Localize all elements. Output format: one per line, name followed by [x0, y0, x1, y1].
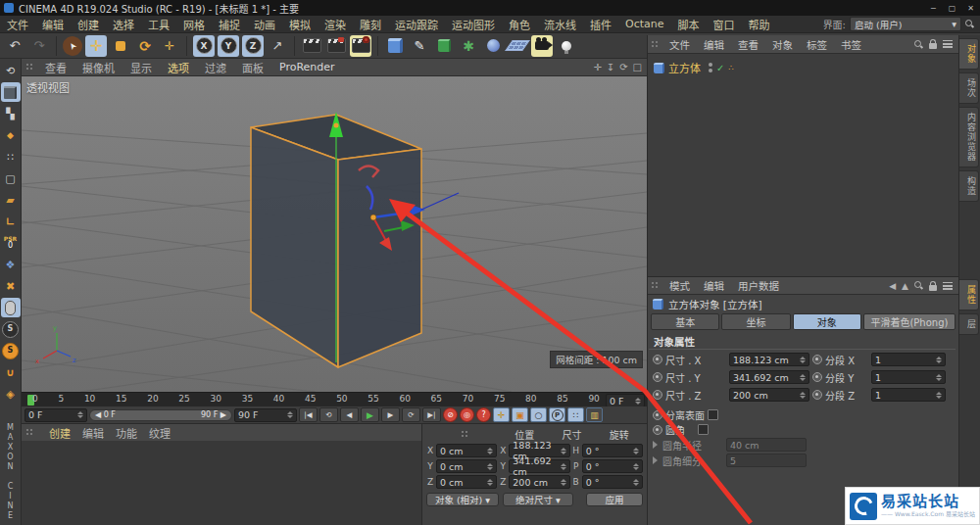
vp-menu-options[interactable]: 选项: [160, 60, 197, 75]
menu-select[interactable]: 选择: [106, 17, 141, 32]
object-name[interactable]: 立方体: [668, 60, 701, 75]
autokey-button[interactable]: ◎: [460, 407, 474, 422]
vp-menu-view[interactable]: 查看: [37, 60, 74, 75]
previous-frame-button[interactable]: ◀: [340, 407, 359, 422]
light-button[interactable]: [556, 35, 577, 57]
rotation-b-field[interactable]: 0 °: [582, 475, 643, 489]
last-tool[interactable]: ✛: [159, 35, 180, 57]
snap-disabled-button[interactable]: S: [1, 319, 21, 339]
record-parameter-toggle[interactable]: P: [549, 407, 565, 422]
spinner-icon[interactable]: [635, 395, 641, 407]
redo-button[interactable]: ↷: [28, 35, 50, 57]
object-properties-header[interactable]: 对象属性: [649, 333, 956, 350]
environment-button[interactable]: [482, 35, 504, 57]
snap-enabled-button[interactable]: S: [1, 341, 21, 360]
frame-range-slider[interactable]: ◀ 0 F 90 F ▶: [89, 409, 232, 421]
spinner-icon[interactable]: [633, 445, 639, 457]
render-region-button[interactable]: [325, 35, 347, 57]
mode-dropdown[interactable]: 对象 (相对) ▾: [426, 493, 499, 506]
size-mode-dropdown[interactable]: 绝对尺寸 ▾: [503, 493, 573, 506]
om-menu-objects[interactable]: 对象: [765, 37, 800, 52]
menu-help[interactable]: 帮助: [742, 17, 777, 32]
panel-drag-handle[interactable]: [26, 429, 33, 436]
z-axis-lock-button[interactable]: Z: [242, 35, 264, 57]
live-selection-tool[interactable]: ➤: [59, 32, 86, 60]
om-menu-edit[interactable]: 编辑: [697, 37, 731, 52]
phong-tag-icon[interactable]: ∴: [728, 64, 733, 72]
polygons-mode-button[interactable]: ▰: [1, 190, 21, 210]
scale-tool[interactable]: [110, 35, 131, 57]
am-menu-userdata[interactable]: 用户数据: [731, 278, 786, 293]
menu-script[interactable]: 脚本: [671, 17, 707, 32]
menu-file[interactable]: 文件: [0, 17, 35, 32]
segments-z-input[interactable]: 1: [871, 388, 946, 402]
rotation-h-field[interactable]: 0 °: [582, 444, 643, 457]
texture-mode-button[interactable]: ▚: [1, 104, 21, 123]
enable-axis-button[interactable]: ∟: [1, 212, 21, 231]
maximize-button[interactable]: ▢: [943, 0, 961, 16]
menu-tools[interactable]: 工具: [141, 17, 176, 32]
goto-start-button[interactable]: |◀: [299, 407, 318, 422]
dock-tab-objects[interactable]: 对象: [959, 38, 979, 70]
next-key-button[interactable]: ⟳: [402, 407, 420, 422]
perspective-viewport[interactable]: y x z 透视视图 网格间距 : 100 cm: [22, 76, 647, 392]
undo-button[interactable]: ↶: [4, 35, 25, 57]
dock-tab-layers[interactable]: 层: [959, 313, 979, 335]
history-back-icon[interactable]: ◀: [889, 281, 896, 291]
keyframe-dot-icon[interactable]: [653, 372, 662, 382]
edges-mode-button[interactable]: ▢: [1, 168, 21, 188]
history-up-icon[interactable]: ▲: [902, 281, 908, 291]
spinner-icon[interactable]: [561, 476, 566, 489]
deformers-button[interactable]: ✱: [458, 35, 479, 57]
position-y-field[interactable]: 0 cm: [436, 459, 497, 473]
goto-end-button[interactable]: ▶|: [422, 407, 441, 422]
panel-drag-handle[interactable]: [652, 282, 659, 289]
menu-render[interactable]: 渲染: [318, 17, 353, 32]
vp-menu-display[interactable]: 显示: [122, 60, 160, 75]
dock-tab-structure[interactable]: 构造: [959, 170, 979, 202]
close-button[interactable]: ✕: [961, 0, 980, 16]
primitive-cube-button[interactable]: [384, 35, 406, 57]
viewport-solo-button[interactable]: ✖: [1, 276, 21, 296]
om-menu-view[interactable]: 查看: [731, 37, 765, 52]
menu-window[interactable]: 窗口: [707, 17, 742, 32]
spinner-icon[interactable]: [487, 476, 493, 489]
menu-character[interactable]: 角色: [502, 17, 537, 32]
model-mode-button[interactable]: [1, 82, 21, 102]
y-axis-lock-button[interactable]: Y: [218, 35, 239, 57]
x-axis-lock-button[interactable]: X: [193, 35, 215, 57]
enabled-check-icon[interactable]: ✓: [716, 63, 724, 73]
viewport-pan-icon[interactable]: ✛: [593, 62, 601, 72]
record-rotation-toggle[interactable]: ○: [530, 407, 547, 422]
magnet-snap-button[interactable]: ∪: [1, 362, 21, 382]
generators-button[interactable]: [433, 35, 455, 57]
position-z-field[interactable]: 0 cm: [436, 475, 497, 489]
play-button[interactable]: ▶: [361, 407, 379, 422]
position-x-field[interactable]: 0 cm: [436, 444, 497, 457]
keyframe-presets-button[interactable]: ▥: [586, 407, 603, 422]
keyframe-dot-icon[interactable]: [653, 425, 662, 435]
spinner-icon[interactable]: [287, 408, 293, 421]
interaction-mode-button[interactable]: [1, 298, 21, 317]
panel-drag-handle[interactable]: [26, 64, 33, 71]
visibility-dots-icon[interactable]: [709, 63, 712, 72]
menu-edit[interactable]: 编辑: [35, 17, 71, 32]
viewport-maximize-icon[interactable]: □: [633, 62, 642, 72]
rotation-p-field[interactable]: 0 °: [582, 459, 643, 473]
viewport-zoom-icon[interactable]: ↧: [607, 62, 614, 72]
spinner-icon[interactable]: [633, 476, 639, 489]
dock-tab-attributes[interactable]: 属性: [959, 279, 979, 310]
camera-button[interactable]: [531, 35, 553, 57]
om-menu-tags[interactable]: 标签: [800, 37, 834, 52]
spinner-icon[interactable]: [77, 408, 83, 421]
spinner-icon[interactable]: [800, 371, 806, 384]
view-label[interactable]: 透视视图: [26, 79, 70, 95]
dock-tab-content-browser[interactable]: 内容浏览器: [959, 107, 979, 167]
burger-menu-icon[interactable]: [943, 40, 953, 48]
am-menu-edit[interactable]: 编辑: [697, 278, 731, 293]
record-scale-toggle[interactable]: ▣: [512, 407, 528, 422]
render-settings-button[interactable]: [350, 35, 371, 57]
menu-create[interactable]: 创建: [71, 17, 106, 32]
spinner-icon[interactable]: [561, 460, 566, 473]
coordinate-system-button[interactable]: ↗: [267, 35, 288, 57]
